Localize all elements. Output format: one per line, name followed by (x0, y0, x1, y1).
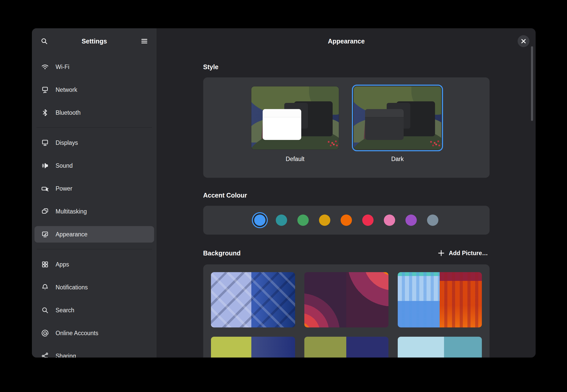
scrollbar-thumb[interactable] (531, 46, 533, 121)
sidebar-title: Settings (50, 38, 139, 45)
sidebar-item-label: Network (56, 86, 77, 93)
sidebar-item-label: Search (56, 307, 74, 314)
online-accounts-icon (41, 329, 49, 337)
wallpaper-thumbnail-magma-waves[interactable] (304, 272, 388, 327)
accent-color-green[interactable] (297, 215, 309, 226)
accent-color-blue[interactable] (254, 215, 265, 226)
wallpaper-thumbnail-blue-geometric[interactable] (211, 272, 295, 327)
power-icon (41, 184, 49, 193)
background-card (203, 264, 490, 358)
sidebar-item-label: Bluetooth (56, 109, 81, 116)
close-button[interactable] (518, 35, 529, 47)
close-icon (519, 37, 528, 46)
wallpaper-thumbnail-paint-drips[interactable] (398, 272, 482, 327)
main-panel: Appearance Style DefaultDark Accent Colo… (157, 28, 536, 358)
sidebar-item-multitasking[interactable]: Multitasking (34, 203, 154, 220)
sidebar-item-network[interactable]: Network (34, 82, 154, 98)
appearance-icon (41, 230, 49, 239)
sidebar-item-label: Sound (56, 162, 73, 169)
sidebar-item-power[interactable]: Power (34, 180, 154, 197)
style-section-heading: Style (203, 63, 490, 71)
appearance-content: Style DefaultDark Accent Colour Backgrou… (203, 54, 490, 358)
notifications-icon (41, 283, 49, 292)
sidebar-item-online-accounts[interactable]: Online Accounts (34, 325, 154, 341)
sidebar-item-label: Multitasking (56, 208, 87, 215)
style-thumbnail-default (251, 86, 339, 149)
wallpaper-grid (211, 272, 482, 358)
sidebar-item-sound[interactable]: Sound (34, 157, 154, 174)
wallpaper-thumbnail-shore[interactable] (398, 337, 482, 358)
sidebar-item-displays[interactable]: Displays (34, 135, 154, 151)
background-section-header: Background Add Picture… (203, 248, 490, 258)
sidebar-item-label: Appearance (56, 231, 87, 238)
page-title: Appearance (157, 28, 536, 54)
bluetooth-icon (41, 108, 49, 117)
search-button[interactable] (39, 35, 50, 47)
sidebar-item-label: Apps (56, 261, 69, 268)
sidebar-item-label: Notifications (56, 284, 88, 291)
style-thumbnail-dark (354, 86, 441, 149)
accent-color-pink[interactable] (384, 215, 395, 226)
hamburger-menu-icon (140, 37, 149, 46)
sound-icon (41, 161, 49, 170)
style-option-default[interactable]: Default (251, 86, 339, 163)
accent-section-heading: Accent Colour (203, 192, 490, 199)
style-option-label: Dark (354, 156, 441, 163)
accent-color-red[interactable] (362, 215, 374, 226)
add-picture-button[interactable]: Add Picture… (435, 248, 489, 258)
sidebar-nav: Wi-FiNetworkBluetoothDisplaysSoundPowerM… (32, 54, 157, 358)
sidebar-item-apps[interactable]: Apps (34, 256, 154, 273)
style-card: DefaultDark (203, 77, 490, 178)
sidebar-separator (37, 127, 152, 128)
style-option-dark[interactable]: Dark (354, 86, 441, 163)
settings-window: Settings Wi-FiNetworkBluetoothDisplaysSo… (32, 28, 536, 358)
multitasking-icon (41, 207, 49, 216)
sidebar-header: Settings (32, 28, 157, 54)
sidebar-item-search[interactable]: Search (34, 302, 154, 318)
style-option-label: Default (251, 156, 339, 163)
desktop-background: Settings Wi-FiNetworkBluetoothDisplaysSo… (0, 0, 567, 392)
wifi-icon (41, 63, 49, 71)
sidebar-item-label: Power (56, 185, 72, 192)
wallpaper-thumbnail-leaves-day[interactable] (211, 337, 295, 358)
accent-colour-card (203, 206, 490, 235)
sidebar-item-bluetooth[interactable]: Bluetooth (34, 104, 154, 121)
sharing-icon (41, 352, 49, 358)
sidebar-item-notifications[interactable]: Notifications (34, 279, 154, 296)
accent-color-slate[interactable] (427, 215, 438, 226)
accent-color-orange[interactable] (341, 215, 352, 226)
sidebar-item-label: Sharing (56, 353, 76, 358)
apps-icon (41, 260, 49, 269)
sidebar-item-label: Wi-Fi (56, 64, 69, 70)
search-icon (40, 37, 49, 46)
sidebar-item-label: Online Accounts (56, 330, 98, 337)
sidebar: Settings Wi-FiNetworkBluetoothDisplaysSo… (32, 28, 157, 358)
main-header: Appearance (157, 28, 536, 54)
accent-color-teal[interactable] (276, 215, 287, 226)
wallpaper-thumbnail-leaves-night[interactable] (304, 337, 388, 358)
sidebar-separator (37, 249, 152, 249)
accent-color-purple[interactable] (405, 215, 417, 226)
sidebar-item-label: Displays (56, 139, 78, 146)
add-picture-label: Add Picture… (449, 250, 488, 257)
search-icon (41, 306, 49, 315)
menu-button[interactable] (139, 35, 150, 47)
plus-icon (437, 249, 446, 257)
sidebar-item-appearance[interactable]: Appearance (34, 226, 154, 243)
background-section-heading: Background (203, 250, 241, 257)
sidebar-item-wi-fi[interactable]: Wi-Fi (34, 59, 154, 75)
sidebar-item-sharing[interactable]: Sharing (34, 348, 154, 358)
accent-color-yellow[interactable] (319, 215, 330, 226)
network-icon (41, 85, 49, 94)
displays-icon (41, 138, 49, 147)
